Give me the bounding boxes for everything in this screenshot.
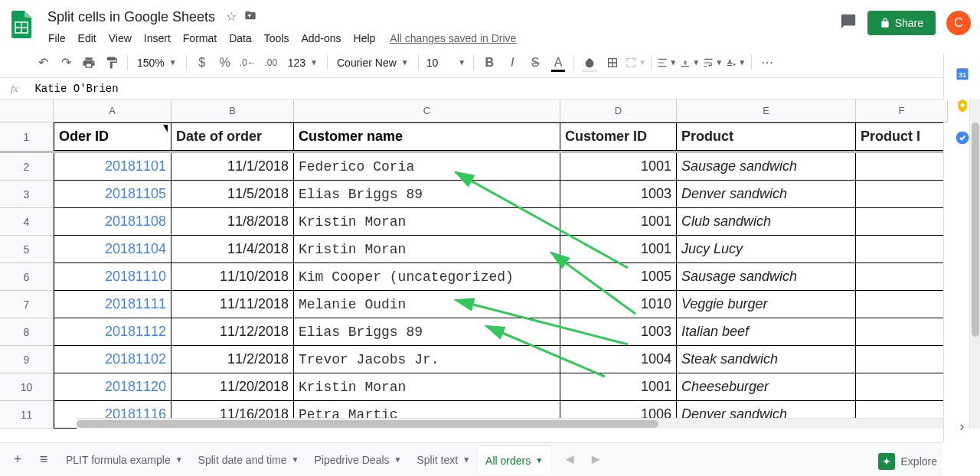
cell[interactable]: 20181105 (54, 181, 172, 208)
formula-input[interactable] (28, 83, 980, 95)
cell[interactable]: Jucy Lucy (677, 236, 856, 263)
sheet-tab[interactable]: Pipedrive Deals▼ (306, 446, 409, 474)
cell[interactable]: 1003 (560, 318, 677, 346)
cell[interactable] (856, 153, 948, 181)
cell[interactable] (856, 236, 948, 263)
cell[interactable]: 20181112 (54, 318, 172, 346)
sheet-tab[interactable]: Split date and time▼ (191, 446, 307, 474)
cell[interactable]: 1003 (560, 181, 677, 208)
sheet-tab[interactable]: All orders▼ (478, 446, 550, 474)
cell[interactable] (856, 291, 948, 318)
menu-view[interactable]: View (103, 29, 137, 47)
tasks-icon[interactable] (955, 130, 970, 145)
account-avatar[interactable]: C (946, 11, 971, 35)
font-family-dropdown[interactable]: Courier New▼ (332, 57, 413, 69)
cell[interactable]: 1001 (560, 373, 677, 401)
share-button[interactable]: Share (867, 11, 936, 35)
font-size-dropdown[interactable]: 10▼ (423, 57, 469, 69)
move-icon[interactable] (244, 9, 256, 24)
decrease-decimal-button[interactable]: .0← (237, 52, 259, 73)
text-rotation-button[interactable]: ▼ (725, 52, 746, 73)
column-header-A[interactable]: A (54, 99, 172, 122)
row-header-9[interactable]: 9 (0, 346, 54, 373)
header-cell[interactable]: Product I (856, 122, 948, 151)
column-header-D[interactable]: D (560, 99, 677, 122)
column-header-F[interactable]: F (856, 99, 948, 122)
sheet-tab[interactable]: PLIT formula example▼ (58, 446, 191, 474)
menu-file[interactable]: File (43, 29, 71, 47)
cell[interactable]: 11/12/2018 (172, 318, 294, 346)
cell[interactable]: Cheeseburger (677, 373, 856, 401)
cell[interactable]: 11/4/2018 (172, 236, 294, 263)
star-icon[interactable]: ☆ (226, 9, 237, 24)
merge-cells-button[interactable]: ▼ (625, 52, 646, 73)
row-header-8[interactable]: 8 (0, 318, 54, 346)
column-header-E[interactable]: E (677, 99, 856, 122)
italic-button[interactable]: I (501, 52, 523, 73)
row-header-2[interactable]: 2 (0, 153, 54, 181)
print-button[interactable] (78, 52, 100, 73)
percent-button[interactable]: % (214, 52, 236, 73)
menu-edit[interactable]: Edit (73, 29, 102, 47)
cell[interactable]: 20181108 (54, 208, 172, 236)
select-all-corner[interactable] (0, 99, 54, 122)
explore-button[interactable]: ✦ Explore (878, 453, 937, 470)
cell[interactable]: 1001 (560, 208, 677, 236)
cell[interactable]: 20181110 (54, 263, 172, 291)
bold-button[interactable]: B (479, 52, 500, 73)
header-cell[interactable]: Oder ID (54, 122, 172, 151)
borders-button[interactable] (602, 52, 623, 73)
cell[interactable]: Federico Coria (294, 153, 560, 181)
cell[interactable]: 20181120 (54, 373, 172, 401)
row-header-7[interactable]: 7 (0, 291, 54, 318)
cell[interactable]: Italian beef (677, 318, 856, 346)
menu-help[interactable]: Help (348, 29, 381, 47)
row-header-11[interactable]: 11 (0, 401, 54, 429)
menu-tools[interactable]: Tools (259, 29, 295, 47)
add-sheet-button[interactable]: + (6, 448, 29, 471)
row-header-3[interactable]: 3 (0, 181, 54, 208)
vertical-scrollbar[interactable] (969, 99, 980, 429)
doc-title[interactable]: Split cells in Google Sheets (43, 8, 220, 27)
comment-icon[interactable] (840, 13, 857, 34)
cell[interactable]: 11/1/2018 (172, 153, 294, 181)
row-header-10[interactable]: 10 (0, 373, 54, 401)
cell[interactable] (856, 263, 948, 291)
undo-button[interactable]: ↶ (32, 52, 54, 73)
cell[interactable] (856, 181, 948, 208)
cell[interactable]: 20181101 (54, 153, 172, 181)
cell[interactable]: 20181111 (54, 291, 172, 318)
vertical-align-button[interactable]: ▼ (679, 52, 701, 73)
cell[interactable]: 1001 (560, 153, 677, 181)
cell[interactable]: Denver sandwich (677, 181, 856, 208)
sheet-tab[interactable]: Split text▼ (409, 446, 478, 474)
cell[interactable]: Club sandwich (677, 208, 856, 236)
currency-button[interactable]: $ (191, 52, 213, 73)
increase-decimal-button[interactable]: .00 (260, 52, 282, 73)
header-cell[interactable]: Date of order (172, 122, 294, 151)
cell[interactable]: 1001 (560, 236, 677, 263)
keep-icon[interactable] (955, 98, 970, 113)
horizontal-align-button[interactable]: ▼ (656, 52, 678, 73)
cell[interactable]: 11/10/2018 (172, 263, 294, 291)
number-format-dropdown[interactable]: 123▼ (283, 57, 322, 69)
sheets-logo[interactable] (6, 9, 37, 40)
cell[interactable]: 1005 (560, 263, 677, 291)
cell[interactable]: 20181104 (54, 236, 172, 263)
redo-button[interactable]: ↷ (55, 52, 77, 73)
paint-format-button[interactable] (101, 52, 122, 73)
menu-insert[interactable]: Insert (139, 29, 176, 47)
cell[interactable]: Elias Briggs 89 (294, 318, 560, 346)
cell[interactable] (856, 318, 948, 346)
cell[interactable]: Melanie Oudin (294, 291, 560, 318)
cell[interactable]: 11/20/2018 (172, 373, 294, 401)
cell[interactable]: Sausage sandwich (677, 263, 856, 291)
cell[interactable]: Kristin Moran (294, 236, 560, 263)
cell[interactable]: 11/8/2018 (172, 208, 294, 236)
header-cell[interactable]: Customer ID (560, 122, 677, 151)
header-cell[interactable]: Customer name (294, 122, 560, 151)
column-header-B[interactable]: B (172, 99, 294, 122)
calendar-icon[interactable]: 31 (955, 66, 970, 81)
cell[interactable]: Kristin Moran (294, 208, 560, 236)
cell[interactable] (856, 208, 948, 236)
